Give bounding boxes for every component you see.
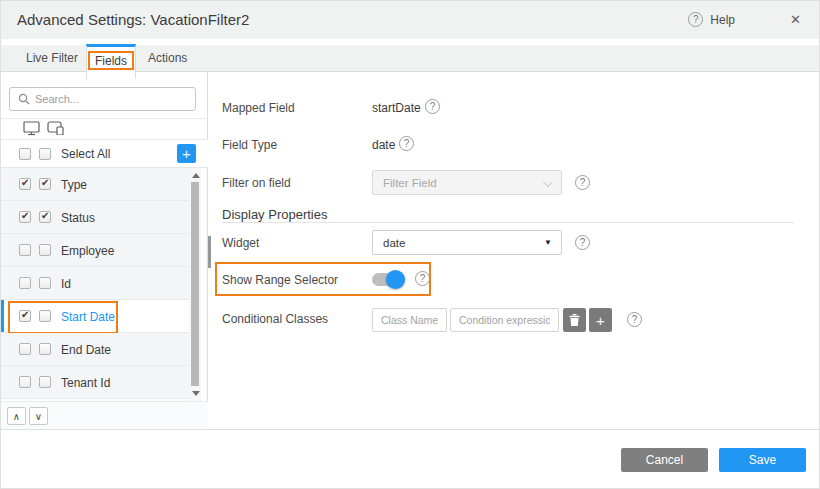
field-row-label: Type [61, 178, 87, 192]
field-row-end-date[interactable]: End Date [1, 333, 189, 366]
add-condition-button[interactable]: + [589, 308, 612, 332]
help-icon[interactable]: ? [399, 136, 414, 151]
mobile-checkbox[interactable] [39, 343, 51, 355]
page-title: Advanced Settings: VacationFilter2 [17, 11, 249, 28]
scroll-down-icon[interactable] [192, 391, 200, 396]
sidebar-scrollbar[interactable] [189, 168, 201, 401]
scrollbar-thumb[interactable] [191, 182, 199, 386]
chevron-down-icon [543, 178, 552, 187]
web-checkbox[interactable] [19, 211, 31, 223]
mobile-checkbox[interactable] [39, 277, 51, 289]
field-row-id[interactable]: Id [1, 267, 189, 300]
mobile-checkbox[interactable] [39, 148, 51, 160]
tab-bar: Live Filter Fields Actions [1, 39, 819, 72]
help-icon[interactable]: ? [425, 99, 440, 114]
save-button[interactable]: Save [719, 448, 806, 472]
help-icon[interactable]: ? [415, 271, 430, 286]
divider [1, 118, 208, 119]
tab-live-filter[interactable]: Live Filter [26, 51, 78, 65]
class-name-input[interactable] [372, 308, 447, 332]
mobile-icon [47, 121, 64, 136]
web-checkbox[interactable] [19, 244, 31, 256]
widget-select-value: date [383, 237, 405, 249]
web-checkbox[interactable] [19, 178, 31, 190]
web-checkbox[interactable] [19, 376, 31, 388]
move-down-button[interactable]: ∨ [29, 407, 48, 425]
footer-divider [1, 429, 819, 430]
field-type-label: Field Type [222, 138, 277, 152]
main-scrollbar[interactable] [208, 236, 211, 268]
mobile-checkbox[interactable] [39, 310, 51, 322]
help-icon: ? [688, 12, 703, 27]
field-list: Type Status Employee Id Start Date [1, 168, 189, 399]
field-row-label: End Date [61, 343, 111, 357]
mobile-checkbox[interactable] [39, 178, 51, 190]
device-column-icons [23, 121, 64, 136]
field-row-label: Employee [61, 244, 114, 258]
sidebar-footer: ∧ ∨ [1, 401, 208, 429]
mapped-field-label: Mapped Field [222, 101, 295, 115]
section-divider [222, 222, 794, 223]
help-icon[interactable]: ? [575, 175, 590, 190]
show-range-selector-toggle[interactable] [372, 270, 405, 289]
conditional-classes-label: Conditional Classes [222, 312, 328, 326]
field-type-value: date [372, 138, 395, 152]
dialog-header: Advanced Settings: VacationFilter2 ? Hel… [1, 1, 819, 39]
filter-field-select-value: Filter Field [383, 177, 437, 189]
filter-field-select: Filter Field [372, 170, 562, 195]
field-row-status[interactable]: Status [1, 201, 189, 234]
search-box [9, 87, 196, 111]
field-row-label: Status [61, 211, 95, 225]
web-checkbox[interactable] [19, 343, 31, 355]
toggle-knob [386, 270, 405, 289]
web-checkbox[interactable] [19, 277, 31, 289]
tab-actions[interactable]: Actions [148, 51, 187, 65]
fields-sidebar: Select All + Type Status Employee [1, 72, 208, 429]
field-row-employee[interactable]: Employee [1, 234, 189, 267]
field-row-type[interactable]: Type [1, 168, 189, 201]
advanced-settings-dialog: Advanced Settings: VacationFilter2 ? Hel… [0, 0, 820, 489]
help-button[interactable]: ? Help [688, 12, 735, 27]
mapped-field-value: startDate [372, 101, 421, 115]
select-all-label: Select All [61, 147, 110, 161]
help-icon[interactable]: ? [575, 235, 590, 250]
search-icon [18, 93, 30, 105]
scroll-up-icon[interactable] [192, 173, 200, 178]
section-title: Display Properties [222, 207, 328, 222]
select-all-row[interactable]: Select All + [1, 140, 208, 168]
desktop-icon [23, 121, 40, 136]
field-row-start-date[interactable]: Start Date [1, 300, 189, 333]
web-checkbox[interactable] [19, 310, 31, 322]
condition-expression-input[interactable] [450, 308, 559, 332]
close-icon[interactable]: ✕ [790, 12, 801, 27]
delete-condition-button[interactable] [563, 308, 586, 332]
field-row-label: Start Date [61, 310, 115, 324]
widget-select[interactable]: date ▼ [372, 230, 562, 255]
tab-fields-highlight: Fields [88, 51, 134, 70]
field-row-label: Id [61, 277, 71, 291]
web-checkbox[interactable] [19, 148, 31, 160]
dropdown-arrow-icon: ▼ [544, 238, 552, 247]
field-settings-panel: Mapped Field startDate ? Field Type date… [209, 72, 820, 429]
help-icon[interactable]: ? [627, 312, 642, 327]
tab-fields[interactable]: Fields [86, 44, 136, 79]
search-input[interactable] [35, 93, 175, 105]
field-row-label: Tenant Id [61, 376, 110, 390]
show-range-selector-label: Show Range Selector [222, 273, 338, 287]
field-row-tenant-id[interactable]: Tenant Id [1, 366, 189, 399]
mobile-checkbox[interactable] [39, 244, 51, 256]
help-label: Help [710, 13, 735, 27]
mobile-checkbox[interactable] [39, 211, 51, 223]
filter-on-field-label: Filter on field [222, 176, 291, 190]
trash-icon [569, 314, 580, 326]
move-up-button[interactable]: ∧ [7, 407, 26, 425]
mobile-checkbox[interactable] [39, 376, 51, 388]
cancel-button[interactable]: Cancel [621, 448, 708, 472]
add-field-button[interactable]: + [177, 144, 196, 163]
widget-label: Widget [222, 236, 259, 250]
